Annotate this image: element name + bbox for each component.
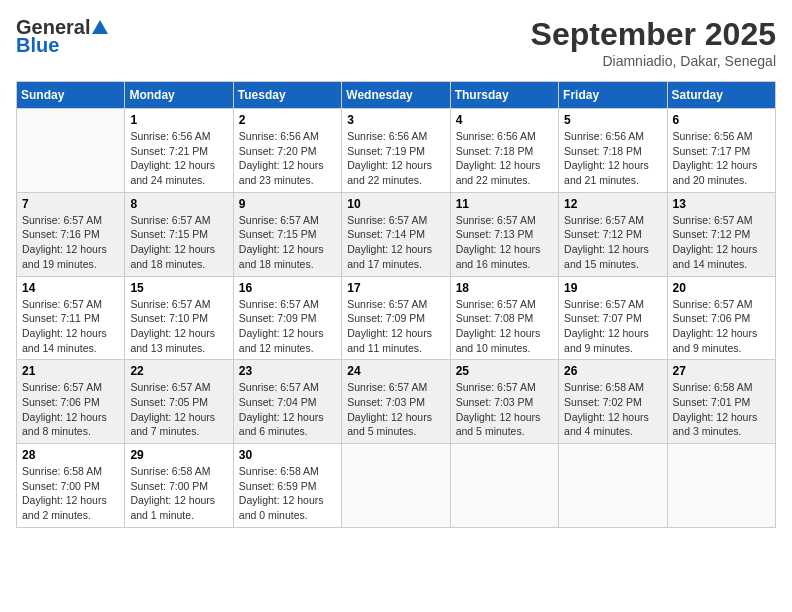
calendar-cell: 22Sunrise: 6:57 AMSunset: 7:05 PMDayligh… (125, 360, 233, 444)
day-info: Sunrise: 6:57 AMSunset: 7:03 PMDaylight:… (347, 380, 444, 439)
day-info: Sunrise: 6:58 AMSunset: 7:00 PMDaylight:… (130, 464, 227, 523)
day-number: 6 (673, 113, 770, 127)
calendar-cell: 17Sunrise: 6:57 AMSunset: 7:09 PMDayligh… (342, 276, 450, 360)
calendar-cell: 12Sunrise: 6:57 AMSunset: 7:12 PMDayligh… (559, 192, 667, 276)
day-info: Sunrise: 6:56 AMSunset: 7:18 PMDaylight:… (456, 129, 553, 188)
calendar-table: SundayMondayTuesdayWednesdayThursdayFrid… (16, 81, 776, 528)
day-number: 4 (456, 113, 553, 127)
day-number: 17 (347, 281, 444, 295)
day-info: Sunrise: 6:57 AMSunset: 7:10 PMDaylight:… (130, 297, 227, 356)
calendar-cell: 3Sunrise: 6:56 AMSunset: 7:19 PMDaylight… (342, 109, 450, 193)
day-info: Sunrise: 6:57 AMSunset: 7:13 PMDaylight:… (456, 213, 553, 272)
day-number: 24 (347, 364, 444, 378)
calendar-cell: 19Sunrise: 6:57 AMSunset: 7:07 PMDayligh… (559, 276, 667, 360)
calendar-cell: 23Sunrise: 6:57 AMSunset: 7:04 PMDayligh… (233, 360, 341, 444)
calendar-cell: 15Sunrise: 6:57 AMSunset: 7:10 PMDayligh… (125, 276, 233, 360)
calendar-cell: 14Sunrise: 6:57 AMSunset: 7:11 PMDayligh… (17, 276, 125, 360)
day-info: Sunrise: 6:57 AMSunset: 7:07 PMDaylight:… (564, 297, 661, 356)
day-info: Sunrise: 6:56 AMSunset: 7:18 PMDaylight:… (564, 129, 661, 188)
calendar-cell (559, 444, 667, 528)
day-number: 22 (130, 364, 227, 378)
calendar-cell: 21Sunrise: 6:57 AMSunset: 7:06 PMDayligh… (17, 360, 125, 444)
day-number: 7 (22, 197, 119, 211)
calendar-header-row: SundayMondayTuesdayWednesdayThursdayFrid… (17, 82, 776, 109)
day-info: Sunrise: 6:58 AMSunset: 6:59 PMDaylight:… (239, 464, 336, 523)
month-title: September 2025 (531, 16, 776, 53)
calendar-cell: 4Sunrise: 6:56 AMSunset: 7:18 PMDaylight… (450, 109, 558, 193)
calendar-week-row: 7Sunrise: 6:57 AMSunset: 7:16 PMDaylight… (17, 192, 776, 276)
calendar-cell: 7Sunrise: 6:57 AMSunset: 7:16 PMDaylight… (17, 192, 125, 276)
day-number: 28 (22, 448, 119, 462)
header-cell-friday: Friday (559, 82, 667, 109)
day-info: Sunrise: 6:57 AMSunset: 7:14 PMDaylight:… (347, 213, 444, 272)
calendar-cell: 18Sunrise: 6:57 AMSunset: 7:08 PMDayligh… (450, 276, 558, 360)
day-info: Sunrise: 6:57 AMSunset: 7:15 PMDaylight:… (239, 213, 336, 272)
day-number: 3 (347, 113, 444, 127)
day-number: 15 (130, 281, 227, 295)
calendar-cell (667, 444, 775, 528)
day-info: Sunrise: 6:57 AMSunset: 7:16 PMDaylight:… (22, 213, 119, 272)
calendar-cell: 2Sunrise: 6:56 AMSunset: 7:20 PMDaylight… (233, 109, 341, 193)
day-number: 9 (239, 197, 336, 211)
day-info: Sunrise: 6:57 AMSunset: 7:06 PMDaylight:… (22, 380, 119, 439)
calendar-cell: 29Sunrise: 6:58 AMSunset: 7:00 PMDayligh… (125, 444, 233, 528)
calendar-week-row: 28Sunrise: 6:58 AMSunset: 7:00 PMDayligh… (17, 444, 776, 528)
day-info: Sunrise: 6:57 AMSunset: 7:09 PMDaylight:… (239, 297, 336, 356)
day-number: 13 (673, 197, 770, 211)
day-info: Sunrise: 6:56 AMSunset: 7:21 PMDaylight:… (130, 129, 227, 188)
calendar-cell: 28Sunrise: 6:58 AMSunset: 7:00 PMDayligh… (17, 444, 125, 528)
day-number: 25 (456, 364, 553, 378)
calendar-cell: 5Sunrise: 6:56 AMSunset: 7:18 PMDaylight… (559, 109, 667, 193)
day-info: Sunrise: 6:57 AMSunset: 7:12 PMDaylight:… (564, 213, 661, 272)
day-number: 8 (130, 197, 227, 211)
calendar-cell (450, 444, 558, 528)
day-number: 23 (239, 364, 336, 378)
calendar-cell: 24Sunrise: 6:57 AMSunset: 7:03 PMDayligh… (342, 360, 450, 444)
day-number: 14 (22, 281, 119, 295)
calendar-cell: 11Sunrise: 6:57 AMSunset: 7:13 PMDayligh… (450, 192, 558, 276)
day-number: 20 (673, 281, 770, 295)
calendar-cell: 8Sunrise: 6:57 AMSunset: 7:15 PMDaylight… (125, 192, 233, 276)
calendar-cell: 10Sunrise: 6:57 AMSunset: 7:14 PMDayligh… (342, 192, 450, 276)
day-info: Sunrise: 6:57 AMSunset: 7:08 PMDaylight:… (456, 297, 553, 356)
svg-marker-0 (92, 20, 108, 34)
calendar-body: 1Sunrise: 6:56 AMSunset: 7:21 PMDaylight… (17, 109, 776, 528)
logo: General Blue (16, 16, 109, 56)
day-number: 29 (130, 448, 227, 462)
header-cell-monday: Monday (125, 82, 233, 109)
calendar-cell: 27Sunrise: 6:58 AMSunset: 7:01 PMDayligh… (667, 360, 775, 444)
header-cell-sunday: Sunday (17, 82, 125, 109)
day-info: Sunrise: 6:56 AMSunset: 7:19 PMDaylight:… (347, 129, 444, 188)
day-info: Sunrise: 6:56 AMSunset: 7:17 PMDaylight:… (673, 129, 770, 188)
calendar-cell (17, 109, 125, 193)
day-number: 16 (239, 281, 336, 295)
day-number: 18 (456, 281, 553, 295)
calendar-cell: 9Sunrise: 6:57 AMSunset: 7:15 PMDaylight… (233, 192, 341, 276)
day-number: 5 (564, 113, 661, 127)
logo-blue-text: Blue (16, 34, 109, 56)
day-number: 2 (239, 113, 336, 127)
calendar-week-row: 14Sunrise: 6:57 AMSunset: 7:11 PMDayligh… (17, 276, 776, 360)
day-number: 1 (130, 113, 227, 127)
calendar-cell: 30Sunrise: 6:58 AMSunset: 6:59 PMDayligh… (233, 444, 341, 528)
title-block: September 2025 Diamniadio, Dakar, Senega… (531, 16, 776, 69)
day-info: Sunrise: 6:58 AMSunset: 7:00 PMDaylight:… (22, 464, 119, 523)
calendar-cell: 25Sunrise: 6:57 AMSunset: 7:03 PMDayligh… (450, 360, 558, 444)
calendar-cell: 1Sunrise: 6:56 AMSunset: 7:21 PMDaylight… (125, 109, 233, 193)
page-header: General Blue September 2025 Diamniadio, … (16, 16, 776, 69)
day-info: Sunrise: 6:57 AMSunset: 7:12 PMDaylight:… (673, 213, 770, 272)
header-cell-thursday: Thursday (450, 82, 558, 109)
day-info: Sunrise: 6:56 AMSunset: 7:20 PMDaylight:… (239, 129, 336, 188)
calendar-cell: 13Sunrise: 6:57 AMSunset: 7:12 PMDayligh… (667, 192, 775, 276)
day-number: 30 (239, 448, 336, 462)
calendar-week-row: 1Sunrise: 6:56 AMSunset: 7:21 PMDaylight… (17, 109, 776, 193)
header-cell-tuesday: Tuesday (233, 82, 341, 109)
day-number: 26 (564, 364, 661, 378)
day-info: Sunrise: 6:57 AMSunset: 7:05 PMDaylight:… (130, 380, 227, 439)
header-cell-saturday: Saturday (667, 82, 775, 109)
calendar-cell: 6Sunrise: 6:56 AMSunset: 7:17 PMDaylight… (667, 109, 775, 193)
header-cell-wednesday: Wednesday (342, 82, 450, 109)
day-info: Sunrise: 6:57 AMSunset: 7:03 PMDaylight:… (456, 380, 553, 439)
calendar-cell: 26Sunrise: 6:58 AMSunset: 7:02 PMDayligh… (559, 360, 667, 444)
day-info: Sunrise: 6:57 AMSunset: 7:11 PMDaylight:… (22, 297, 119, 356)
